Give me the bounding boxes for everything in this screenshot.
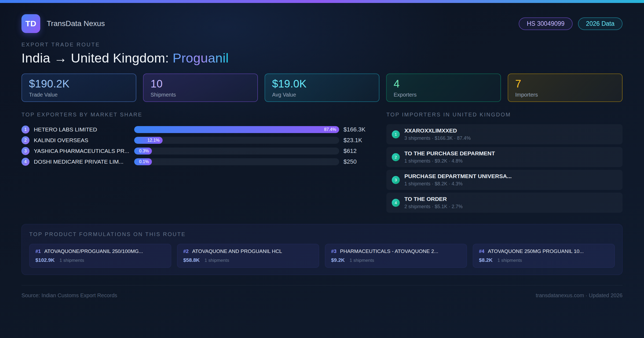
product-name: ATOVAQUONE 250MG PROGUANIL 10... — [488, 248, 584, 254]
market-share-percent: 87.4% — [324, 127, 336, 132]
market-share-bar-track: 0.1% — [134, 158, 339, 165]
market-share-percent: 12.1% — [147, 138, 159, 143]
product-card: #1 ATOVAQUONE/PROGUANIL 250/100MG... $10… — [29, 244, 171, 268]
stat-label: Importers — [515, 92, 615, 98]
page-title: India → United Kingdom: Proguanil — [21, 50, 623, 65]
importer-meta: 1 shipments · $9.2K · 4.8% — [404, 158, 495, 164]
products-list: #1 ATOVAQUONE/PROGUANIL 250/100MG... $10… — [29, 244, 615, 268]
product-shipments: 1 shipments — [497, 258, 522, 263]
product-name: ATOVAQUONE/PROGUANIL 250/100MG... — [44, 248, 143, 254]
importer-card: 1 XXAROXXLIMXXED 3 shipments · $166.3K ·… — [386, 124, 623, 144]
brand: TD TransData Nexus — [21, 14, 105, 33]
importers-list: 1 XXAROXXLIMXXED 3 shipments · $166.3K ·… — [386, 124, 623, 213]
exporters-heading: TOP EXPORTERS BY MARKET SHARE — [21, 112, 370, 118]
importers-section: TOP IMPORTERS IN UNITED KINGDOM 1 XXAROX… — [386, 112, 623, 213]
rank-badge: 2 — [392, 153, 400, 161]
rank-badge: 2 — [21, 136, 30, 144]
exporter-value: $166.3K — [343, 126, 370, 133]
product-rank: #4 — [479, 249, 484, 254]
product-card: #3 PHARMACEUTICALS - ATOVAQUONE 2... $9.… — [325, 244, 467, 268]
market-share-bar-fill: 0.1% — [134, 158, 152, 165]
data-year-badge[interactable]: 2026 Data — [578, 17, 623, 30]
stat-card-importers: 7 Importers — [508, 74, 623, 102]
stat-card-avg-value: $19.0K Avg Value — [265, 74, 379, 102]
rank-badge: 3 — [392, 176, 400, 184]
stat-value: 4 — [394, 78, 493, 90]
importer-meta: 1 shipments · $8.2K · 4.3% — [404, 181, 512, 187]
market-share-bar-fill: 12.1% — [134, 137, 163, 144]
app-logo: TD — [21, 14, 40, 33]
eyebrow-label: EXPORT TRADE ROUTE — [21, 42, 623, 48]
stat-card-shipments: 10 Shipments — [143, 74, 258, 102]
footer: Source: Indian Customs Export Records tr… — [21, 285, 623, 299]
exporter-name: HETERO LABS LIMITED — [34, 126, 130, 133]
exporters-section: TOP EXPORTERS BY MARKET SHARE 1 HETERO L… — [21, 112, 370, 167]
product-name: PHARMACEUTICALS - ATOVAQUONE 2... — [340, 248, 438, 254]
market-share-percent: 0.1% — [139, 159, 149, 164]
rank-badge: 3 — [21, 147, 30, 155]
stat-card-trade-value: $190.2K Trade Value — [21, 74, 136, 102]
rank-badge: 4 — [392, 199, 400, 207]
product-rank: #1 — [35, 249, 41, 254]
rank-badge: 4 — [21, 158, 30, 166]
product-card: #2 ATOVAQUONE AND PROGUANIL HCL $58.8K 1… — [177, 244, 319, 268]
product-shipments: 1 shipments — [60, 258, 84, 263]
products-heading: TOP PRODUCT FORMULATIONS ON THIS ROUTE — [29, 231, 615, 237]
stat-value: $19.0K — [272, 78, 372, 90]
exporter-row: 4 DOSHI MEDICARE PRIVATE LIM... 0.1% $25… — [21, 156, 370, 167]
importer-name: TO THE PURCHASE DEPARMENT — [404, 150, 495, 157]
rank-badge: 1 — [21, 126, 30, 134]
product-card: #4 ATOVAQUONE 250MG PROGUANIL 10... $8.2… — [473, 244, 615, 268]
exporter-row: 3 YASHICA PHARMACEUTICALS PR... 0.3% $61… — [21, 146, 370, 156]
product-shipments: 1 shipments — [350, 258, 374, 263]
importer-name: TO THE ORDER — [404, 196, 463, 202]
market-share-bar-fill: 0.3% — [134, 148, 152, 155]
exporter-value: $250 — [343, 158, 370, 165]
stat-label: Avg Value — [272, 92, 372, 98]
stat-value: $190.2K — [29, 78, 129, 90]
rank-badge: 1 — [392, 130, 400, 138]
page-title-route: India → United Kingdom: — [21, 51, 173, 65]
header: TD TransData Nexus HS 30049099 2026 Data — [21, 14, 623, 33]
header-badges: HS 30049099 2026 Data — [519, 17, 623, 30]
market-share-bar-track: 87.4% — [134, 126, 339, 133]
importer-meta: 3 shipments · $166.3K · 87.4% — [404, 135, 471, 141]
content-columns: TOP EXPORTERS BY MARKET SHARE 1 HETERO L… — [21, 112, 623, 213]
stat-value: 10 — [151, 78, 250, 90]
product-rank: #3 — [331, 249, 336, 254]
stat-card-exporters: 4 Exporters — [386, 74, 501, 102]
stats-row: $190.2K Trade Value 10 Shipments $19.0K … — [21, 74, 623, 102]
stat-label: Trade Value — [29, 92, 129, 98]
exporter-value: $23.1K — [343, 137, 370, 144]
importer-meta: 2 shipments · $5.1K · 2.7% — [404, 204, 463, 210]
product-name: ATOVAQUONE AND PROGUANIL HCL — [192, 248, 282, 254]
product-shipments: 1 shipments — [204, 258, 229, 263]
stat-value: 7 — [515, 78, 615, 90]
product-rank: #2 — [183, 249, 189, 254]
exporter-name: YASHICA PHARMACEUTICALS PR... — [34, 148, 130, 154]
market-share-percent: 0.3% — [139, 149, 149, 153]
product-value: $58.8K — [183, 257, 200, 263]
footer-site: transdatanexus.com · Updated 2026 — [536, 292, 623, 299]
hs-code-badge[interactable]: HS 30049099 — [519, 17, 573, 30]
exporters-list: 1 HETERO LABS LIMITED 87.4% $166.3K 2 KA… — [21, 124, 370, 167]
page-title-product: Proguanil — [173, 51, 229, 65]
importer-name: XXAROXXLIMXXED — [404, 127, 471, 134]
market-share-bar-track: 0.3% — [134, 148, 339, 155]
product-value: $102.9K — [35, 257, 55, 263]
product-value: $8.2K — [479, 257, 493, 263]
importer-card: 3 PURCHASE DEPARTMENT UNIVERSA... 1 ship… — [386, 170, 623, 190]
importer-name: PURCHASE DEPARTMENT UNIVERSA... — [404, 173, 512, 179]
exporter-value: $612 — [343, 148, 370, 155]
exporter-name: KALINDI OVERSEAS — [34, 137, 130, 144]
app-name: TransData Nexus — [47, 19, 105, 28]
exporter-name: DOSHI MEDICARE PRIVATE LIM... — [34, 159, 130, 165]
exporter-row: 2 KALINDI OVERSEAS 12.1% $23.1K — [21, 135, 370, 146]
page-root: TD TransData Nexus HS 30049099 2026 Data… — [0, 14, 644, 299]
importer-card: 4 TO THE ORDER 2 shipments · $5.1K · 2.7… — [386, 193, 623, 213]
top-accent-bar — [0, 0, 644, 3]
importer-card: 2 TO THE PURCHASE DEPARMENT 1 shipments … — [386, 147, 623, 167]
stat-label: Shipments — [151, 92, 250, 98]
importers-heading: TOP IMPORTERS IN UNITED KINGDOM — [386, 112, 623, 118]
market-share-bar-track: 12.1% — [134, 137, 339, 144]
